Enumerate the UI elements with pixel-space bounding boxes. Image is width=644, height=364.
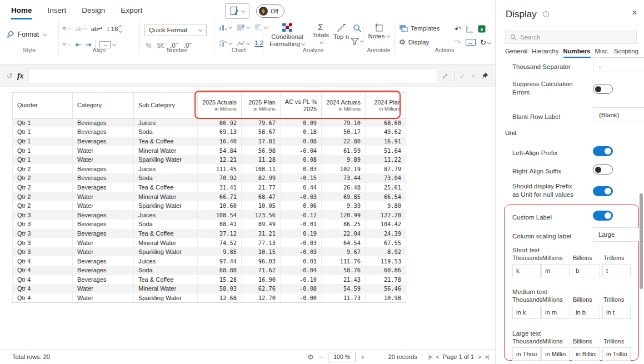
table-cell[interactable]: 0.06 <box>280 201 321 211</box>
column-header[interactable]: 2024 Planin Millions <box>365 93 406 118</box>
panel-tab-numbers[interactable]: Numbers <box>563 48 591 58</box>
table-cell[interactable]: Tea & Coffee <box>134 183 198 192</box>
table-cell[interactable]: 10.05 <box>241 201 280 211</box>
table-cell[interactable]: Qtr 2 <box>13 201 73 211</box>
templates-button[interactable]: Templates <box>399 24 440 32</box>
table-cell[interactable]: Water <box>73 201 134 211</box>
table-cell[interactable]: 37.12 <box>198 229 242 238</box>
table-cell[interactable]: 66.54 <box>365 192 406 201</box>
table-cell[interactable]: Beverages <box>73 137 134 146</box>
table-cell[interactable]: Beverages <box>73 210 134 220</box>
table-cell[interactable]: Water <box>73 238 134 247</box>
table-cell[interactable]: Qtr 4 <box>13 275 73 285</box>
table-cell[interactable]: 0.44 <box>280 183 321 192</box>
table-cell[interactable]: 69.85 <box>322 192 366 201</box>
table-cell[interactable]: Qtr 1 <box>13 146 73 155</box>
expand-formula-icon[interactable] <box>442 73 448 79</box>
table-cell[interactable]: 88.41 <box>198 220 242 229</box>
custom-label-toggle[interactable] <box>593 211 613 221</box>
scale-value-input[interactable] <box>541 347 570 361</box>
table-cell[interactable]: Qtr 3 <box>13 238 73 247</box>
table-cell[interactable]: 8.92 <box>365 247 406 257</box>
next-page-button[interactable]: > <box>478 353 481 360</box>
scale-value-input[interactable] <box>541 264 570 277</box>
formula-input[interactable] <box>28 68 437 83</box>
table-cell[interactable]: -0.01 <box>280 220 321 229</box>
fit-width-icon[interactable]: ↔ <box>466 39 476 46</box>
scale-value-input[interactable] <box>512 264 541 277</box>
scale-value-input[interactable] <box>512 347 541 361</box>
edit-comment-button[interactable] <box>225 3 249 19</box>
column-header[interactable]: Category <box>73 93 134 118</box>
table-cell[interactable]: Mineral Water <box>134 146 198 155</box>
decimal-places-icon[interactable]: 1.2 <box>254 39 263 47</box>
redo-icon[interactable]: ↷ <box>455 38 461 47</box>
table-cell[interactable]: 0.01 <box>280 256 321 266</box>
table-cell[interactable]: 22.80 <box>322 137 366 146</box>
table-cell[interactable]: 67.55 <box>365 238 406 247</box>
first-page-button[interactable]: |< <box>428 353 432 360</box>
table-cell[interactable]: -0.15 <box>280 173 321 183</box>
table-cell[interactable]: 123.56 <box>241 210 280 220</box>
table-cell[interactable]: Qtr 4 <box>13 284 73 293</box>
table-cell[interactable]: 15.28 <box>198 275 242 285</box>
column-header[interactable]: Quarter <box>13 93 73 118</box>
table-cell[interactable]: Qtr 1 <box>13 118 73 128</box>
table-cell[interactable]: Water <box>73 247 134 257</box>
table-cell[interactable]: Water <box>73 155 134 164</box>
table-cell[interactable]: Water <box>73 192 134 201</box>
column-header[interactable]: AC vs PL %2025 <box>280 93 321 118</box>
table-cell[interactable]: 16.91 <box>365 137 406 146</box>
table-cell[interactable]: 111.76 <box>322 256 366 266</box>
table-cell[interactable]: 79.10 <box>322 118 366 128</box>
table-cell[interactable]: 11.22 <box>365 155 406 164</box>
panel-scrollbar-thumb[interactable] <box>640 193 643 289</box>
table-cell[interactable]: Qtr 1 <box>13 137 73 146</box>
table-cell[interactable]: Sparkling Water <box>134 293 198 303</box>
column-width-icon[interactable]: ↔ <box>99 41 111 48</box>
table-cell[interactable]: 96.03 <box>241 256 280 266</box>
table-cell[interactable]: Soda <box>134 220 198 229</box>
table-cell[interactable]: Water <box>73 284 134 293</box>
ribbon-tab-home[interactable]: Home <box>11 2 32 19</box>
line-chart-icon[interactable] <box>237 40 250 47</box>
table-cell[interactable]: 70.92 <box>198 173 242 183</box>
table-cell[interactable]: 56.98 <box>241 146 280 155</box>
table-cell[interactable]: 10.15 <box>241 247 280 257</box>
table-cell[interactable]: Beverages <box>73 173 134 183</box>
table-cell[interactable]: -0.04 <box>280 266 321 275</box>
panel-tab-general[interactable]: General <box>505 48 527 58</box>
table-cell[interactable]: 60.86 <box>365 266 406 275</box>
table-cell[interactable]: -0.04 <box>280 146 321 155</box>
ribbon-tab-insert[interactable]: Insert <box>48 2 67 19</box>
table-cell[interactable]: 71.62 <box>241 266 280 275</box>
scale-value-input[interactable] <box>572 306 600 319</box>
table-cell[interactable]: Qtr 3 <box>13 247 73 257</box>
table-cell[interactable]: 73.44 <box>322 173 366 183</box>
horizontal-align-icon[interactable]: ≡ <box>62 24 72 33</box>
table-cell[interactable]: 120.99 <box>322 210 366 220</box>
table-cell[interactable]: Juices <box>134 256 198 266</box>
table-cell[interactable]: Qtr 2 <box>13 173 73 183</box>
table-cell[interactable]: 49.62 <box>365 127 406 137</box>
table-cell[interactable]: Tea & Coffee <box>134 229 198 238</box>
table-cell[interactable]: 12.21 <box>198 155 242 164</box>
column-scaling-dropdown[interactable]: Large <box>593 227 644 242</box>
display-button[interactable]: ⚙ Display <box>399 38 440 46</box>
table-cell[interactable]: 9.39 <box>322 201 366 211</box>
percent-format-icon[interactable]: % <box>146 42 152 49</box>
panel-close-icon[interactable]: × <box>632 8 637 17</box>
table-cell[interactable]: Qtr 4 <box>13 293 73 303</box>
table-cell[interactable]: 26.48 <box>322 183 366 192</box>
scale-value-input[interactable] <box>602 264 631 277</box>
table-cell[interactable]: -0.08 <box>280 284 321 293</box>
table-cell[interactable]: 21.43 <box>322 275 366 285</box>
column-chart-icon[interactable] <box>219 24 232 31</box>
table-cell[interactable]: 11.28 <box>241 155 280 164</box>
quick-format-dropdown[interactable]: Quick Format <box>144 24 207 36</box>
table-cell[interactable]: 0.09 <box>280 118 321 128</box>
font-size-value[interactable]: 18 <box>111 26 118 32</box>
table-cell[interactable]: 17.81 <box>241 137 280 146</box>
table-cell[interactable]: 21.77 <box>241 183 280 192</box>
table-cell[interactable]: Mineral Water <box>134 284 198 293</box>
